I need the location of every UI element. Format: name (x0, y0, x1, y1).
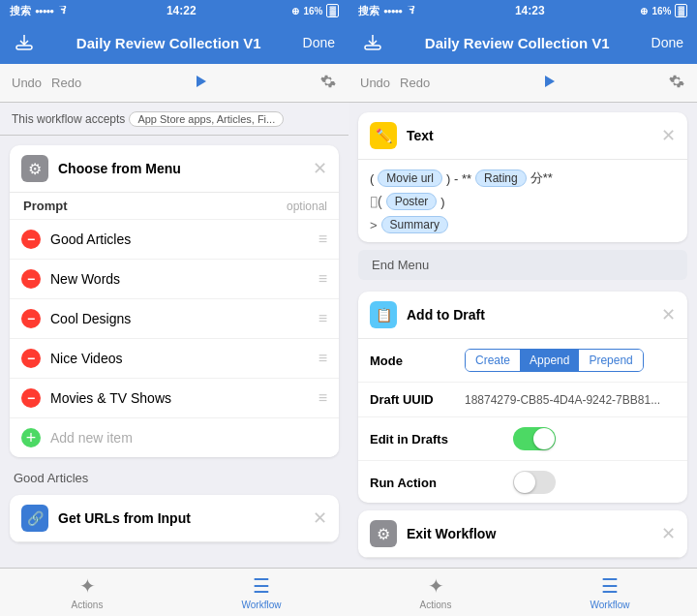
tab-bar-left: ✦ Actions ☰ Workflow (0, 568, 348, 616)
right-panel: 搜索 ●●●●● 14:23 ⊕ 16% ▓ Daily Review Coll… (348, 0, 697, 616)
text-line-2: ⌷( Poster ) (370, 193, 676, 210)
battery-right: 16% (652, 6, 671, 16)
mode-append-btn[interactable]: Append (520, 350, 579, 371)
search-label-right: 搜索 (358, 4, 379, 18)
exit-workflow-header: ⚙ Exit Workflow ✕ (358, 510, 687, 558)
mode-seg-control[interactable]: Create Append Prepend (465, 349, 644, 372)
tab-actions-right[interactable]: ✦ Actions (348, 569, 523, 616)
run-action-toggle[interactable] (513, 471, 556, 494)
content-right: ✏️ Text ✕ ( Movie url ) - ** Rating 分** … (348, 103, 697, 568)
drag-handle-4: ≡ (318, 350, 327, 367)
run-action-row: Run Action (358, 461, 687, 503)
poster-token: Poster (386, 193, 438, 210)
gear-btn-left[interactable] (319, 73, 337, 94)
undo-btn-left[interactable]: Undo (12, 76, 42, 90)
remove-btn-4[interactable]: − (21, 349, 41, 368)
run-action-label: Run Action (370, 476, 505, 490)
drag-handle-2: ≡ (318, 270, 327, 288)
content-left: ⚙ Choose from Menu ✕ Prompt optional − G… (0, 136, 348, 568)
add-draft-card: 📋 Add to Draft ✕ Mode Create Append Prep… (358, 292, 687, 503)
add-item-row[interactable]: + Add new item (10, 418, 339, 457)
add-item-label: Add new item (50, 430, 327, 446)
status-bar-left: 搜索 ●●●●● 14:22 ⊕ 16% ▓ (0, 0, 348, 21)
tab-workflow-right[interactable]: ☰ Workflow (523, 569, 697, 616)
menu-item-2[interactable]: − New Words ≡ (10, 260, 339, 299)
nav-title-left: Daily Review Collection V1 (76, 35, 261, 51)
remove-btn-5[interactable]: − (21, 388, 41, 408)
mode-row: Mode Create Append Prepend (358, 339, 687, 383)
tab-actions-left[interactable]: ✦ Actions (0, 569, 174, 616)
nav-bar-right: Daily Review Collection V1 Done (348, 21, 697, 64)
signal-left: ●●●●● (35, 7, 53, 15)
tab-workflow-left[interactable]: ☰ Workflow (174, 569, 348, 616)
add-draft-close[interactable]: ✕ (661, 304, 676, 325)
workflow-icon-left: ☰ (253, 574, 270, 598)
mode-label: Mode (370, 354, 457, 368)
battery-left: 16% (303, 6, 322, 16)
add-item-btn[interactable]: + (21, 428, 41, 447)
menu-item-4[interactable]: − Nice Videos ≡ (10, 339, 339, 379)
prompt-row: Prompt optional (10, 193, 339, 220)
get-urls-header: 🔗 Get URLs from Input ✕ (10, 495, 339, 542)
actions-label-left: Actions (72, 600, 104, 610)
time-left: 14:22 (167, 4, 197, 17)
remove-btn-3[interactable]: − (21, 309, 41, 328)
text-line-1: ( Movie url ) - ** Rating 分** (370, 169, 676, 187)
workflow-label-left: Workflow (242, 600, 282, 610)
choose-menu-close[interactable]: ✕ (313, 158, 327, 179)
get-urls-title: Get URLs from Input (58, 510, 303, 526)
choose-menu-header: ⚙ Choose from Menu ✕ (10, 145, 339, 193)
left-panel: 搜索 ●●●●● 14:22 ⊕ 16% ▓ Daily Review Coll… (0, 0, 348, 616)
upload-icon-right[interactable] (362, 32, 383, 53)
prompt-label: Prompt (23, 199, 68, 213)
menu-item-3[interactable]: − Cool Designs ≡ (10, 299, 339, 339)
get-urls-icon: 🔗 (21, 505, 48, 532)
done-btn-right[interactable]: Done (652, 35, 683, 50)
toolbar-right: Undo Redo (348, 64, 697, 103)
play-btn-right[interactable] (540, 73, 558, 94)
mode-create-btn[interactable]: Create (466, 350, 520, 371)
draft-uuid-label: Draft UUID (370, 392, 457, 407)
nav-bar-left: Daily Review Collection V1 Done (0, 21, 348, 64)
redo-btn-right[interactable]: Redo (400, 76, 430, 90)
drag-handle-3: ≡ (318, 310, 327, 327)
menu-item-5[interactable]: − Movies & TV Shows ≡ (10, 379, 339, 418)
choose-menu-title: Choose from Menu (58, 161, 303, 176)
mode-prepend-btn[interactable]: Prepend (579, 350, 642, 371)
wifi-icon-left (57, 6, 71, 15)
exit-workflow-title: Exit Workflow (407, 526, 652, 541)
battery-icon-left: ▓ (326, 4, 339, 17)
end-menu-label: End Menu (372, 258, 429, 272)
edit-drafts-label: Edit in Drafts (370, 432, 505, 447)
text-card-close[interactable]: ✕ (661, 125, 676, 146)
workflow-icon-right: ☰ (601, 574, 619, 598)
nav-title-right: Daily Review Collection V1 (425, 35, 610, 51)
accepts-pill: App Store apps, Articles, Fi... (129, 111, 284, 127)
get-urls-close[interactable]: ✕ (313, 508, 327, 529)
text-card-content: ( Movie url ) - ** Rating 分** ⌷( Poster … (358, 160, 687, 242)
menu-item-1[interactable]: − Good Articles ≡ (10, 220, 339, 260)
prompt-optional: optional (287, 200, 327, 213)
edit-drafts-toggle[interactable] (513, 427, 556, 450)
item-label-3: Cool Designs (50, 311, 309, 326)
item-label-1: Good Articles (50, 231, 309, 247)
done-btn-left[interactable]: Done (303, 35, 335, 50)
svg-marker-3 (545, 76, 555, 87)
exit-workflow-icon: ⚙ (370, 520, 397, 547)
undo-btn-right[interactable]: Undo (360, 76, 390, 90)
add-draft-title: Add to Draft (407, 307, 652, 323)
play-btn-left[interactable] (192, 73, 209, 94)
svg-rect-0 (16, 46, 32, 49)
toolbar-left: Undo Redo (0, 64, 348, 103)
summary-token: Summary (381, 216, 448, 233)
upload-icon-left[interactable] (14, 32, 35, 53)
exit-workflow-close[interactable]: ✕ (661, 523, 676, 544)
get-urls-card: 🔗 Get URLs from Input ✕ (10, 495, 339, 542)
remove-btn-1[interactable]: − (21, 230, 41, 249)
accepts-label: This workflow accepts (12, 112, 125, 126)
remove-btn-2[interactable]: − (21, 269, 41, 289)
redo-btn-left[interactable]: Redo (51, 76, 81, 90)
drag-handle-5: ≡ (318, 389, 327, 407)
gear-btn-right[interactable] (668, 73, 685, 94)
item-label-5: Movies & TV Shows (50, 390, 309, 406)
